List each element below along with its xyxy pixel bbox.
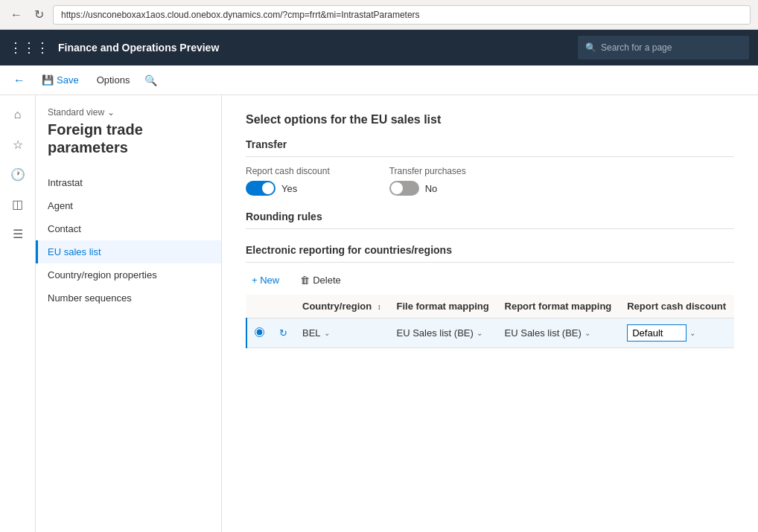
sidebar-item-country-region[interactable]: Country/region properties: [36, 263, 221, 286]
file-format-chevron[interactable]: ⌄: [477, 329, 482, 337]
col-report-format: Report format mapping: [497, 295, 620, 318]
transfer-purchases-field: Transfer purchases No: [389, 166, 466, 196]
report-cash-discount-toggle-row: Yes: [246, 181, 330, 196]
favorites-icon[interactable]: ☆: [4, 131, 31, 158]
electronic-reporting-title: Electronic reporting for countries/regio…: [246, 244, 734, 263]
dropdown-chevron-icon[interactable]: ⌄: [689, 329, 695, 337]
options-button[interactable]: Options: [91, 71, 136, 89]
back-button[interactable]: ←: [9, 72, 30, 89]
country-value: BEL: [302, 327, 321, 339]
transfer-purchases-toggle[interactable]: [389, 181, 419, 196]
row-report-cash-discount-cell: ⌄: [620, 318, 734, 348]
workspaces-icon[interactable]: ◫: [4, 190, 31, 217]
sidebar-item-number-sequences[interactable]: Number sequences: [36, 286, 221, 310]
delete-button[interactable]: 🗑 Delete: [294, 272, 347, 289]
transfer-purchases-toggle-row: No: [389, 181, 466, 196]
toolbar-search-button[interactable]: 🔍: [141, 71, 160, 89]
file-format-select-cell: EU Sales list (BE) ⌄: [397, 327, 490, 339]
sidebar-item-agent[interactable]: Agent: [36, 194, 221, 217]
col-country-region: Country/region ↕: [295, 295, 389, 318]
top-nav: ⋮⋮⋮ Finance and Operations Preview 🔍 Sea…: [0, 30, 758, 65]
sidebar: Standard view ⌄ Foreign trade parameters…: [36, 95, 222, 532]
rounding-rules-title: Rounding rules: [246, 211, 734, 229]
sidebar-navigation: Intrastat Agent Contact EU sales list Co…: [36, 171, 221, 310]
col-select: [246, 295, 272, 318]
standard-view-label: Standard view: [48, 107, 104, 118]
refresh-nav-button[interactable]: ↻: [31, 4, 47, 25]
search-box[interactable]: 🔍 Search for a page: [578, 36, 749, 60]
transfer-purchases-value: No: [425, 183, 438, 194]
app-title: Finance and Operations Preview: [58, 42, 569, 54]
table-toolbar: + New 🗑 Delete: [246, 272, 734, 289]
report-cash-discount-value: Yes: [281, 183, 297, 194]
report-cash-discount-toggle[interactable]: [246, 181, 276, 196]
save-icon: 💾: [42, 74, 54, 86]
report-format-chevron[interactable]: ⌄: [585, 329, 590, 337]
back-nav-button[interactable]: ←: [7, 5, 25, 25]
row-file-format: EU Sales list (BE) ⌄: [389, 318, 497, 348]
country-chevron[interactable]: ⌄: [324, 329, 330, 337]
report-cash-discount-field: Report cash discount Yes: [246, 166, 330, 196]
col-refresh: [272, 295, 295, 318]
sidebar-item-contact[interactable]: Contact: [36, 217, 221, 240]
row-radio[interactable]: [246, 318, 272, 348]
browser-bar: ← ↻: [0, 0, 758, 30]
search-icon: 🔍: [585, 42, 596, 53]
list-icon[interactable]: ☰: [4, 220, 31, 247]
content-area: Select options for the EU sales list Tra…: [222, 95, 758, 532]
page-header: Standard view ⌄ Foreign trade parameters: [36, 101, 221, 159]
report-cash-discount-label: Report cash discount: [246, 166, 330, 176]
report-cash-cell: ⌄: [627, 324, 727, 342]
row-refresh-icon[interactable]: ↻: [272, 318, 295, 348]
sort-icon[interactable]: ↕: [378, 303, 381, 311]
section-title: Select options for the EU sales list: [246, 113, 734, 126]
electronic-reporting-table: Country/region ↕ File format mapping Rep…: [246, 295, 734, 348]
delete-icon: 🗑: [300, 275, 310, 286]
file-format-value: EU Sales list (BE): [397, 327, 474, 339]
search-placeholder: Search for a page: [601, 42, 672, 53]
transfer-title: Transfer: [246, 138, 734, 157]
icon-strip: ⌂ ☆ 🕐 ◫ ☰: [0, 95, 36, 532]
transfer-purchases-label: Transfer purchases: [389, 166, 466, 176]
save-label: Save: [57, 74, 79, 86]
row-report-format: EU Sales list (BE) ⌄: [497, 318, 620, 348]
report-format-value: EU Sales list (BE): [505, 327, 582, 339]
transfer-grid: Report cash discount Yes Transfer purcha…: [246, 166, 734, 196]
recent-icon[interactable]: 🕐: [4, 161, 31, 188]
standard-view[interactable]: Standard view ⌄: [48, 107, 209, 118]
save-button[interactable]: 💾 Save: [36, 71, 85, 89]
page-title: Foreign trade parameters: [48, 121, 209, 156]
url-bar[interactable]: [53, 5, 751, 25]
sidebar-item-intrastat[interactable]: Intrastat: [36, 171, 221, 194]
col-report-cash-discount: Report cash discount: [620, 295, 734, 318]
delete-label: Delete: [313, 275, 341, 286]
home-icon[interactable]: ⌂: [4, 101, 31, 128]
apps-grid-icon[interactable]: ⋮⋮⋮: [9, 39, 49, 56]
chevron-down-icon: ⌄: [107, 107, 115, 118]
col-file-format: File format mapping: [389, 295, 497, 318]
secondary-toolbar: ← 💾 Save Options 🔍: [0, 65, 758, 95]
report-format-select-cell: EU Sales list (BE) ⌄: [505, 327, 613, 339]
country-select-cell: BEL ⌄: [302, 327, 382, 339]
new-button[interactable]: + New: [246, 272, 285, 289]
row-country: BEL ⌄: [295, 318, 389, 348]
report-cash-discount-input[interactable]: [627, 324, 687, 342]
sidebar-item-eu-sales-list[interactable]: EU sales list: [36, 240, 221, 263]
main-layout: ⌂ ☆ 🕐 ◫ ☰ Standard view ⌄ Foreign trade …: [0, 95, 758, 532]
table-row: ↻ BEL ⌄ EU Sales list (BE) ⌄: [246, 318, 734, 348]
